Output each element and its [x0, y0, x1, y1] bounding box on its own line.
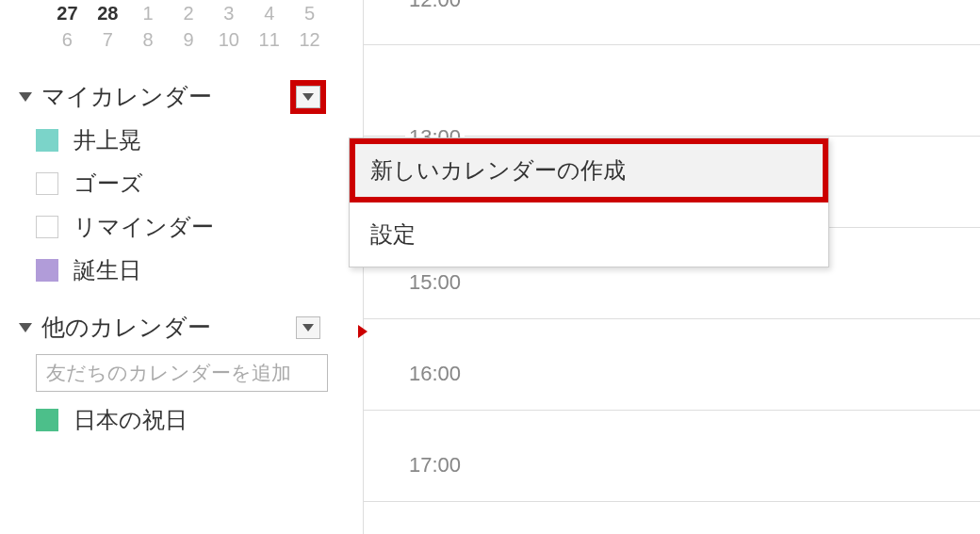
add-friend-placeholder: 友だちのカレンダーを追加 [46, 360, 291, 386]
hour-row[interactable]: 13:00 [364, 45, 980, 137]
calendar-checkbox[interactable] [36, 216, 58, 238]
calendar-item[interactable]: 井上晃 [36, 125, 330, 155]
mini-cal-row: 27 28 1 2 3 4 5 [47, 0, 330, 26]
mini-cal-day[interactable]: 11 [249, 26, 289, 53]
mini-cal-day[interactable]: 4 [249, 0, 289, 26]
mini-cal-day[interactable]: 1 [128, 0, 169, 26]
hour-row[interactable]: 12:00 [364, 0, 980, 45]
hour-label: 15:00 [405, 270, 465, 295]
sidebar: 27 28 1 2 3 4 5 6 7 8 9 10 11 12 マイカレンダー… [0, 0, 349, 448]
hour-row[interactable]: 16:00 [364, 319, 980, 411]
calendar-checkbox[interactable] [36, 172, 58, 195]
calendar-checkbox[interactable] [36, 259, 58, 282]
mini-cal-day[interactable]: 6 [47, 26, 88, 53]
mini-cal-row: 6 7 8 9 10 11 12 [47, 26, 330, 53]
mini-cal-day[interactable]: 2 [169, 0, 209, 26]
calendar-item[interactable]: 日本の祝日 [36, 405, 330, 435]
mini-cal-day[interactable]: 27 [47, 0, 88, 26]
calendar-item[interactable]: 誕生日 [36, 255, 330, 285]
other-calendars-title: 他のカレンダー [41, 312, 330, 343]
calendar-checkbox[interactable] [36, 129, 58, 152]
my-calendars-title: マイカレンダー [41, 81, 330, 112]
mini-cal-day[interactable]: 9 [169, 26, 209, 53]
calendar-label: 日本の祝日 [74, 405, 188, 435]
mini-cal-day[interactable]: 7 [88, 26, 128, 53]
hour-label: 16:00 [405, 362, 465, 386]
mini-cal-day[interactable]: 28 [88, 0, 128, 26]
caret-down-icon[interactable] [19, 92, 32, 102]
menu-item-create-calendar[interactable]: 新しいカレンダーの作成 [350, 138, 828, 202]
my-calendars-header[interactable]: マイカレンダー [19, 81, 330, 112]
caret-down-icon [302, 324, 314, 332]
mini-calendar: 27 28 1 2 3 4 5 6 7 8 9 10 11 12 [19, 0, 330, 53]
other-calendars-dropdown-button[interactable] [296, 316, 320, 339]
caret-down-icon [302, 93, 314, 101]
calendar-checkbox[interactable] [36, 409, 58, 431]
other-calendars-header[interactable]: 他のカレンダー [19, 312, 330, 343]
mini-cal-day[interactable]: 3 [208, 0, 249, 26]
mini-cal-day[interactable]: 10 [208, 26, 249, 53]
dropdown-menu: 新しいカレンダーの作成 設定 [349, 138, 829, 267]
calendar-label: 誕生日 [74, 255, 141, 285]
calendar-label: 井上晃 [74, 125, 141, 155]
my-calendars-dropdown-button[interactable] [296, 86, 320, 108]
hour-label: 12:00 [405, 0, 465, 12]
hour-row[interactable]: 17:00 [364, 411, 980, 502]
calendar-label: ゴーズ [74, 169, 143, 199]
caret-down-icon[interactable] [19, 323, 32, 332]
calendar-item[interactable]: ゴーズ [36, 169, 330, 199]
calendar-label: リマインダー [74, 212, 214, 242]
calendar-item[interactable]: リマインダー [36, 212, 330, 242]
add-friend-calendar-input[interactable]: 友だちのカレンダーを追加 [36, 354, 328, 392]
mini-cal-day[interactable]: 12 [289, 26, 330, 53]
menu-item-settings[interactable]: 設定 [350, 202, 828, 267]
mini-cal-day[interactable]: 5 [289, 0, 330, 26]
mini-cal-day[interactable]: 8 [128, 26, 169, 53]
hour-label: 17:00 [405, 453, 465, 477]
now-indicator-icon [358, 325, 368, 338]
